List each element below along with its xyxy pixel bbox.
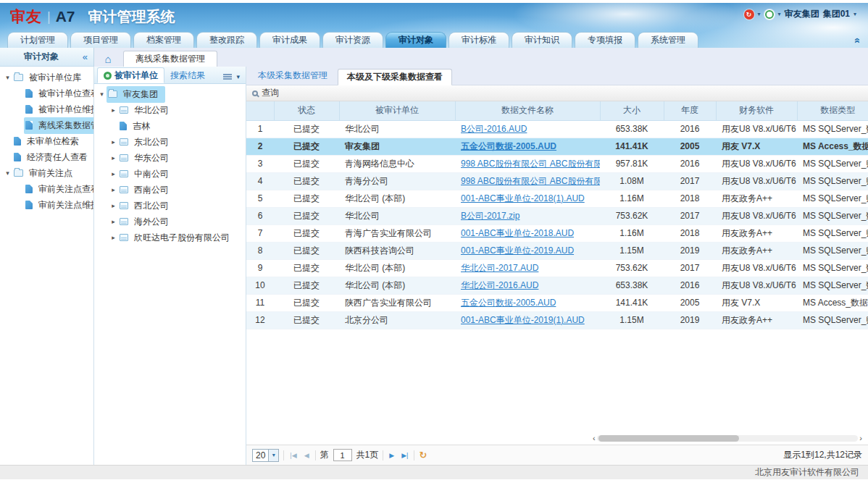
query-button[interactable]: 查询 xyxy=(262,87,279,99)
notification-icon[interactable]: ↻ xyxy=(744,9,754,20)
file-link[interactable]: B公司-2017.zip xyxy=(461,211,519,221)
tree-item[interactable]: ▸ 西南公司 xyxy=(94,182,246,198)
tree-expand-icon[interactable]: ▸ xyxy=(109,138,118,146)
tree-item[interactable]: ▸ 海外公司 xyxy=(94,214,246,230)
file-link[interactable]: 华北公司-2017.AUD xyxy=(461,263,538,273)
tree-expand-icon[interactable]: ▾ xyxy=(97,91,107,98)
tree-item[interactable]: ▸ 华北公司 xyxy=(94,102,246,118)
tree-item[interactable]: ▾ 被审计单位库 xyxy=(0,70,93,85)
tab-search-results[interactable]: 搜索结果 xyxy=(164,67,211,83)
table-row[interactable]: 5 已提交 华北公司 (本部) 001-ABC事业单位-2018(1).AUD … xyxy=(246,190,868,207)
nav-tab[interactable]: 审计对象 xyxy=(385,32,446,48)
user-menu-caret-icon[interactable]: ▾ xyxy=(854,11,856,17)
scroll-left-icon[interactable]: ‹ xyxy=(593,434,596,442)
menu-icon[interactable] xyxy=(223,74,232,80)
table-row[interactable]: 6 已提交 华北公司 B公司-2017.zip 753.62K 2017 用友U… xyxy=(246,207,868,224)
notification-caret-icon[interactable]: ▾ xyxy=(758,11,761,17)
tree-item[interactable]: 被审计单位维护 xyxy=(0,101,93,117)
table-row[interactable]: 12 已提交 北京分公司 001-ABC事业单位-2019(1).AUD 1.1… xyxy=(246,311,868,329)
user-avatar-icon[interactable] xyxy=(764,9,775,20)
nav-tab[interactable]: 审计成果 xyxy=(259,32,320,48)
file-link[interactable]: 001-ABC事业单位-2019(1).AUD xyxy=(461,315,585,325)
tree-item[interactable]: ▾ 审友集团 xyxy=(94,86,246,102)
file-link[interactable]: 998 ABC股份有限公司 ABC股份有限公司 xyxy=(461,159,600,169)
tree-item[interactable]: ▾ 审前关注点 xyxy=(0,165,93,181)
tab-local-collected-data[interactable]: 本级采集数据管理 xyxy=(249,68,336,85)
tree-item[interactable]: 审前关注点维护 xyxy=(0,197,93,213)
breadcrumb-tab[interactable]: 离线采集数据管理 xyxy=(123,51,217,67)
table-row[interactable]: 1 已提交 华北公司 B公司-2016.AUD 653.38K 2016 用友U… xyxy=(246,120,868,138)
nav-tab[interactable]: 整改跟踪 xyxy=(196,32,257,48)
tree-expand-icon[interactable]: ▾ xyxy=(3,74,12,81)
nav-tab[interactable]: 审计资源 xyxy=(322,32,383,48)
avatar-caret-icon[interactable]: ▾ xyxy=(778,11,781,17)
table-row[interactable]: 4 已提交 青海分公司 998 ABC股份有限公司 ABC股份有限公司 1.08… xyxy=(246,172,868,190)
page-size-select[interactable]: 20 ▾ xyxy=(252,449,279,462)
tree-item[interactable]: ▸ 中南公司 xyxy=(94,166,246,182)
nav-tab[interactable]: 审计知识 xyxy=(512,32,572,48)
file-link[interactable]: 998 ABC股份有限公司 ABC股份有限公司 xyxy=(461,176,600,186)
table-row[interactable]: 11 已提交 陕西广告实业有限公司 五金公司数据-2005.AUD 141.41… xyxy=(246,294,868,311)
tree-expand-icon[interactable]: ▸ xyxy=(109,218,118,225)
tree-expand-icon[interactable]: ▸ xyxy=(109,202,118,209)
nav-tab[interactable]: 档案管理 xyxy=(133,32,194,48)
tree-expand-icon[interactable]: ▾ xyxy=(3,169,12,177)
home-icon[interactable]: ⌂ xyxy=(99,51,117,67)
tree-expand-icon[interactable]: ▸ xyxy=(109,186,118,193)
file-link[interactable]: 001-ABC事业单位-2018.AUD xyxy=(461,228,574,238)
tree-item[interactable]: 被审计单位查看 xyxy=(0,85,93,101)
column-header[interactable]: 数据类型 xyxy=(797,101,868,120)
tree-item[interactable]: ▸ 西北公司 xyxy=(94,198,246,214)
column-header[interactable]: 财务软件 xyxy=(716,101,797,120)
tree-item[interactable]: 未审单位检索 xyxy=(0,133,93,149)
nav-tab[interactable]: 专项填报 xyxy=(575,32,635,48)
file-link[interactable]: 001-ABC事业单位-2019.AUD xyxy=(461,245,574,256)
next-page-button[interactable]: ▶ xyxy=(388,452,396,459)
tree-expand-icon[interactable]: ▸ xyxy=(109,154,118,161)
column-header[interactable]: 年度 xyxy=(664,101,716,120)
tree-item[interactable]: ▸ 华东公司 xyxy=(94,150,246,166)
nav-tab[interactable]: 项目管理 xyxy=(70,32,131,48)
collapse-header-icon[interactable]: « xyxy=(853,38,863,43)
first-page-button[interactable]: |◀ xyxy=(288,452,298,459)
tree-item[interactable]: ▸ 欣旺达电子股份有限公司 xyxy=(94,230,246,245)
table-row[interactable]: 7 已提交 青海广告实业有限公司 001-ABC事业单位-2018.AUD 1.… xyxy=(246,224,868,242)
tree-expand-icon[interactable]: ▸ xyxy=(109,106,118,114)
column-header[interactable]: 被审计单位 xyxy=(339,101,455,120)
file-link[interactable]: 五金公司数据-2005.AUD xyxy=(461,298,556,308)
column-header[interactable]: 数据文件名称 xyxy=(455,101,600,120)
scrollbar-track[interactable] xyxy=(597,435,859,442)
last-page-button[interactable]: ▶| xyxy=(400,452,409,459)
scroll-right-icon[interactable]: › xyxy=(859,434,862,442)
tree-item[interactable]: ▸ 东北公司 xyxy=(94,134,246,150)
panel-caret-icon[interactable]: ▾ xyxy=(236,73,240,80)
tree-item[interactable]: 经济责任人查看 xyxy=(0,149,93,165)
column-header[interactable]: 大小 xyxy=(600,101,664,120)
file-link[interactable]: B公司-2016.AUD xyxy=(461,124,527,134)
tree-item[interactable]: 离线采集数据管理 xyxy=(0,117,93,133)
table-row[interactable]: 3 已提交 青海网络信息中心 998 ABC股份有限公司 ABC股份有限公司 9… xyxy=(246,155,868,172)
table-row[interactable]: 10 已提交 华北公司 (本部) 华北公司-2016.AUD 653.38K 2… xyxy=(246,277,868,294)
nav-tab[interactable]: 系统管理 xyxy=(638,32,698,48)
column-header[interactable]: 状态 xyxy=(274,101,339,120)
tree-expand-icon[interactable]: ▸ xyxy=(109,170,118,177)
table-row[interactable]: 8 已提交 陕西科技咨询公司 001-ABC事业单位-2019.AUD 1.15… xyxy=(246,242,868,259)
tree-expand-icon[interactable]: ▸ xyxy=(109,234,118,241)
refresh-icon[interactable]: ↻ xyxy=(419,450,427,460)
tree-item[interactable]: 吉林 xyxy=(94,118,246,134)
nav-tab[interactable]: 审计标准 xyxy=(448,32,509,48)
sidebar-collapse-icon[interactable]: « xyxy=(83,51,93,62)
nav-tab[interactable]: 计划管理 xyxy=(7,32,68,48)
tab-local-and-sub-collected-data[interactable]: 本级及下级采集数据查看 xyxy=(338,69,452,85)
file-link[interactable]: 华北公司-2016.AUD xyxy=(461,280,538,290)
page-number-input[interactable] xyxy=(333,449,352,461)
user-account-label[interactable]: 集团01 xyxy=(823,8,850,20)
prev-page-button[interactable]: ◀ xyxy=(303,452,311,459)
file-link[interactable]: 001-ABC事业单位-2018(1).AUD xyxy=(461,193,585,203)
file-link[interactable]: 五金公司数据-2005.AUD xyxy=(461,141,556,151)
tree-item[interactable]: 审前关注点查看 xyxy=(0,181,93,197)
table-row[interactable]: 9 已提交 华北公司 (本部) 华北公司-2017.AUD 753.62K 20… xyxy=(246,259,868,277)
scrollbar-thumb[interactable] xyxy=(598,435,740,442)
table-row[interactable]: 2 已提交 审友集团 五金公司数据-2005.AUD 141.41K 2005 … xyxy=(246,138,868,155)
tab-audited-units[interactable]: 被审计单位 xyxy=(97,67,164,83)
